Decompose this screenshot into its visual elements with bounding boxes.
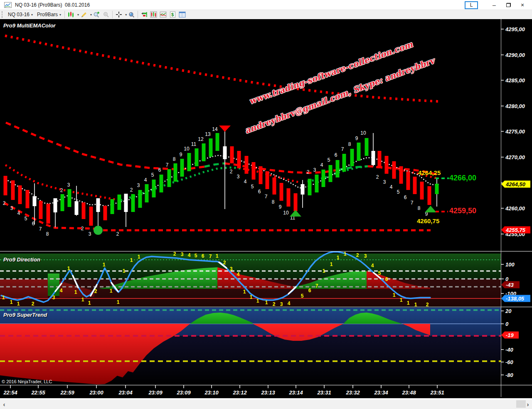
svg-text:22:54: 22:54: [3, 389, 17, 396]
svg-text:1: 1: [256, 298, 259, 304]
chart-trader-icon: [140, 11, 148, 18]
svg-text:4266,00: 4266,00: [449, 174, 476, 182]
svg-text:13: 13: [205, 131, 211, 137]
svg-text:3: 3: [280, 301, 283, 307]
data-grid-button[interactable]: [177, 10, 187, 19]
svg-text:5: 5: [195, 253, 197, 259]
window-controls: L – ×: [465, 0, 530, 10]
svg-text:2: 2: [116, 231, 119, 237]
restore-icon: [506, 3, 511, 7]
period-label: Pro9Bars: [37, 12, 58, 17]
svg-text:1: 1: [243, 289, 246, 295]
svg-text:5: 5: [151, 172, 154, 178]
svg-text:1: 1: [138, 254, 140, 260]
svg-text:4: 4: [371, 263, 374, 269]
chart-style-button[interactable]: [66, 10, 76, 19]
svg-text:-43: -43: [506, 282, 514, 288]
chart-canvas[interactable]: 1112341111211111123456712341111234567111…: [0, 19, 532, 398]
svg-text:4285,00: 4285,00: [505, 77, 525, 84]
period-selector[interactable]: Pro9Bars ▾: [35, 10, 63, 19]
svg-text:12: 12: [198, 136, 204, 142]
restore-button[interactable]: [501, 0, 515, 10]
svg-text:1: 1: [74, 289, 77, 295]
svg-text:10: 10: [360, 130, 366, 136]
close-button[interactable]: ×: [515, 0, 530, 10]
svg-text:1: 1: [67, 266, 70, 271]
svg-text:4275,00: 4275,00: [505, 128, 525, 135]
svg-text:5: 5: [378, 270, 381, 276]
zoom-out-button[interactable]: [101, 10, 111, 19]
svg-text:5: 5: [397, 189, 400, 195]
svg-text:4: 4: [320, 162, 323, 168]
svg-text:10: 10: [283, 210, 289, 216]
svg-text:4260,75: 4260,75: [417, 217, 439, 224]
scroll-left-icon[interactable]: ‹: [1, 400, 7, 408]
svg-text:2: 2: [273, 301, 276, 307]
svg-text:6: 6: [32, 221, 35, 227]
chart-area: 1112341111211111123456712341111234567111…: [0, 19, 532, 398]
svg-text:23:04: 23:04: [118, 389, 133, 396]
svg-text:6: 6: [404, 195, 407, 200]
svg-text:1: 1: [393, 292, 396, 298]
svg-text:-40: -40: [505, 347, 514, 353]
chart-panel-button[interactable]: [158, 10, 168, 19]
svg-text:5: 5: [25, 216, 27, 222]
svg-text:4: 4: [288, 301, 291, 306]
svg-text:1: 1: [330, 261, 333, 267]
svg-text:5: 5: [301, 293, 304, 299]
svg-text:3: 3: [10, 205, 13, 211]
svg-text:23:10: 23:10: [204, 389, 219, 396]
svg-text:4255,75: 4255,75: [505, 227, 526, 233]
svg-text:9: 9: [355, 136, 358, 141]
crosshair-button[interactable]: [114, 10, 123, 19]
svg-text:8: 8: [348, 141, 351, 147]
svg-text:3: 3: [383, 179, 386, 185]
svg-text:-19: -19: [506, 332, 514, 338]
svg-text:1: 1: [265, 300, 268, 306]
minimize-button[interactable]: –: [487, 0, 501, 10]
svg-text:23:32: 23:32: [345, 389, 360, 396]
main-panel-label: Pro9 MultiEMAColor: [3, 22, 56, 29]
account-data-icon: $: [170, 11, 176, 18]
svg-text:0: 0: [505, 321, 509, 327]
svg-text:$: $: [171, 12, 174, 17]
svg-text:6: 6: [385, 276, 388, 282]
svg-text:23:12: 23:12: [232, 389, 247, 396]
svg-text:6: 6: [335, 152, 337, 158]
zoom-window-icon: [128, 11, 135, 18]
svg-text:3: 3: [67, 182, 70, 188]
scroll-right-icon[interactable]: ›: [525, 400, 531, 408]
svg-text:23:09: 23:09: [148, 389, 163, 396]
svg-text:8: 8: [173, 156, 176, 162]
data-grid-icon: [179, 11, 186, 18]
zoom-window-button[interactable]: [127, 10, 136, 19]
svg-text:2: 2: [81, 226, 84, 232]
svg-text:1: 1: [10, 299, 13, 305]
svg-text:4260,00: 4260,00: [505, 205, 525, 212]
svg-text:1: 1: [81, 297, 84, 303]
svg-text:-80: -80: [505, 372, 514, 378]
svg-text:3: 3: [52, 295, 55, 301]
crosshair-icon: [116, 11, 122, 18]
svg-text:1: 1: [103, 262, 106, 268]
toolbar-grip[interactable]: [2, 11, 5, 18]
horizontal-scrollbar[interactable]: ‹ ›: [0, 398, 532, 409]
indicators-button[interactable]: [149, 10, 158, 19]
svg-text:4259,50: 4259,50: [449, 207, 476, 215]
svg-text:7: 7: [39, 226, 42, 232]
svg-text:23:31: 23:31: [317, 389, 331, 396]
chart-trader-button[interactable]: [139, 10, 149, 19]
account-data-button[interactable]: $: [168, 10, 177, 19]
svg-text:7: 7: [209, 254, 212, 259]
svg-text:1: 1: [407, 300, 410, 306]
zoom-in-button[interactable]: [92, 10, 101, 19]
svg-text:8: 8: [46, 231, 49, 237]
instrument-selector[interactable]: NQ 03-16 ▾: [6, 10, 35, 19]
svg-text:3: 3: [230, 266, 233, 272]
svg-text:2: 2: [223, 260, 226, 266]
svg-text:2: 2: [173, 251, 176, 257]
link-button[interactable]: L: [465, 1, 478, 9]
draw-button[interactable]: [79, 10, 89, 19]
zoom-out-icon: [103, 11, 110, 18]
svg-text:9: 9: [279, 204, 282, 210]
